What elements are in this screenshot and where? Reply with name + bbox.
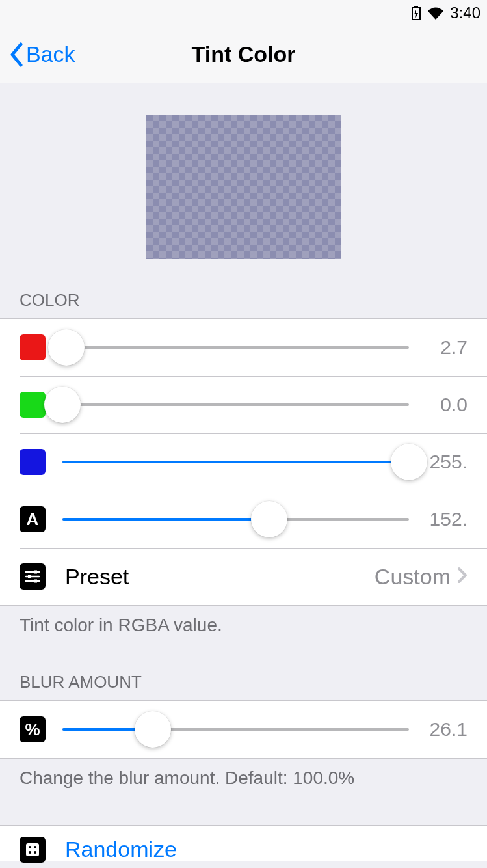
section-header-color: COLOR xyxy=(0,290,487,318)
section-header-blur: BLUR AMOUNT xyxy=(0,672,487,700)
slider-value-blue: 255. xyxy=(422,451,467,473)
svg-rect-8 xyxy=(34,580,37,583)
svg-rect-7 xyxy=(28,575,31,578)
slider-row-alpha: A 152. xyxy=(0,491,487,548)
slider-row-green: 0.0 xyxy=(0,376,487,433)
back-label: Back xyxy=(26,42,75,67)
svg-rect-6 xyxy=(34,571,37,574)
section-footer-color: Tint color in RGBA value. xyxy=(0,606,487,636)
slider-alpha[interactable] xyxy=(62,500,409,539)
slider-row-red: 2.7 xyxy=(0,319,487,376)
svg-point-12 xyxy=(29,851,31,854)
chevron-left-icon xyxy=(9,42,23,67)
slider-blur[interactable] xyxy=(62,710,409,749)
svg-rect-9 xyxy=(26,843,39,856)
preset-value: Custom xyxy=(375,564,451,590)
color-group: 2.7 0.0 255. A 152. Preset C xyxy=(0,318,487,606)
svg-point-11 xyxy=(34,846,36,848)
status-time: 3:40 xyxy=(450,4,480,22)
slider-green[interactable] xyxy=(62,385,409,424)
swatch-green-icon xyxy=(20,392,46,418)
slider-row-blue: 255. xyxy=(0,433,487,491)
section-footer-blur: Change the blur amount. Default: 100.0% xyxy=(0,759,487,789)
preview-area xyxy=(0,83,487,290)
randomize-button[interactable]: Randomize xyxy=(0,825,487,861)
slider-blue[interactable] xyxy=(62,442,409,481)
nav-bar: Back Tint Color xyxy=(0,26,487,83)
swatch-alpha-icon: A xyxy=(20,506,46,532)
svg-point-13 xyxy=(34,851,36,854)
swatch-red-icon xyxy=(20,334,46,360)
slider-value-red: 2.7 xyxy=(422,336,467,359)
slider-row-blur: % 26.1 xyxy=(0,701,487,758)
chevron-right-icon xyxy=(457,567,467,586)
slider-value-green: 0.0 xyxy=(422,394,467,416)
preset-row[interactable]: Preset Custom xyxy=(0,548,487,605)
percent-icon: % xyxy=(20,716,46,742)
wifi-icon xyxy=(427,7,445,20)
sliders-icon xyxy=(20,563,46,590)
slider-value-blur: 26.1 xyxy=(422,718,467,740)
slider-red[interactable] xyxy=(62,328,409,367)
svg-point-10 xyxy=(29,846,31,848)
blur-group: % 26.1 xyxy=(0,700,487,759)
randomize-label: Randomize xyxy=(65,837,177,862)
battery-icon xyxy=(411,5,421,21)
svg-marker-2 xyxy=(414,10,418,18)
status-bar: 3:40 xyxy=(0,0,487,26)
preset-label: Preset xyxy=(65,564,375,590)
dice-icon xyxy=(20,837,46,863)
slider-value-alpha: 152. xyxy=(422,508,467,530)
tint-preview xyxy=(146,115,341,259)
back-button[interactable]: Back xyxy=(0,42,75,67)
swatch-blue-icon xyxy=(20,449,46,475)
svg-rect-1 xyxy=(414,6,418,8)
